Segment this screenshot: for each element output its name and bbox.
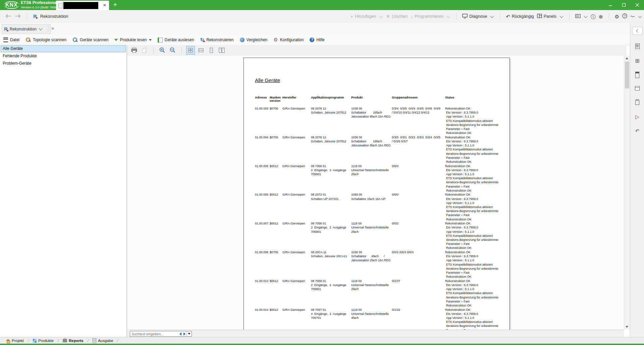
settings-gear-icon[interactable]: ⚙ bbox=[615, 14, 619, 19]
cell-app: 08 7058 01 2 Eingänge, 2 Ausgänge 705801 bbox=[311, 279, 350, 291]
minimize-icon[interactable] bbox=[608, 3, 612, 7]
menu-produkte-lesen[interactable]: Produkte lesen bbox=[114, 38, 151, 42]
close-icon[interactable] bbox=[635, 3, 639, 7]
fit-width-button[interactable] bbox=[197, 46, 205, 55]
connection-dropdown-icon[interactable] bbox=[638, 14, 642, 18]
chevron-down-icon[interactable] bbox=[149, 39, 152, 41]
tab-produkte[interactable]: Produkte bbox=[30, 339, 57, 343]
menu-geraete-auslesen[interactable]: Geräte auslesen bbox=[158, 38, 194, 43]
undo-icon: ↶ bbox=[506, 14, 510, 19]
expand-panel-button[interactable] bbox=[632, 27, 643, 35]
delete-button[interactable]: ✕ Löschen bbox=[386, 14, 408, 19]
cell-hersteller: GIRA Giersiepen bbox=[282, 308, 310, 312]
menu-rekonstruieren[interactable]: ↻ Rekonstruieren bbox=[200, 38, 234, 42]
zoom-in-icon[interactable] bbox=[158, 46, 167, 55]
cell-maske: $0705 bbox=[270, 107, 282, 111]
find-next-icon[interactable] bbox=[183, 332, 185, 336]
program-dropdown-icon[interactable] bbox=[447, 14, 450, 18]
app-version: Version 6.3.0 (Build 7959) bbox=[21, 5, 58, 9]
rekonstruktion-icon: R bbox=[4, 27, 8, 31]
workspace-dropdown-icon[interactable] bbox=[584, 14, 587, 18]
workspace-icon[interactable] bbox=[575, 14, 581, 19]
find-previous-icon[interactable] bbox=[179, 332, 181, 336]
tab-projekt[interactable]: Projekt bbox=[3, 339, 27, 343]
two-page-button[interactable] bbox=[217, 46, 226, 55]
cell-produkt: 1118 00 Universal-Tasterschnittstelle 2f… bbox=[351, 164, 391, 177]
diagnose-dropdown-icon[interactable] bbox=[490, 14, 494, 18]
help-icon[interactable]: ? bbox=[622, 13, 627, 19]
diagnose-button[interactable]: Diagnose bbox=[462, 14, 487, 19]
tab-reports[interactable]: Reports bbox=[59, 339, 87, 343]
new-tab-button[interactable]: + bbox=[111, 1, 119, 9]
properties-document-icon[interactable] bbox=[630, 44, 644, 50]
print-button[interactable] bbox=[130, 46, 139, 55]
cell-status: Rekonstruktion OKEts Version : 6.3.7959.… bbox=[445, 135, 507, 164]
app-name: ETS6 Professional bbox=[21, 1, 58, 5]
split-panel-icon[interactable] bbox=[630, 86, 644, 91]
app-title: ETS6 Professional Version 6.3.0 (Build 7… bbox=[21, 1, 58, 9]
bottom-tab-bar: Projekt / Produkte / Reports / Ausgabe / bbox=[0, 337, 644, 344]
download-program-button[interactable]: ↓ Programmieren bbox=[411, 14, 443, 19]
report-toolbar bbox=[127, 45, 627, 56]
cell-adresse: 01.00.014 bbox=[255, 308, 269, 312]
bookmark-icon[interactable] bbox=[630, 72, 644, 79]
cell-maske: $0012 bbox=[270, 193, 282, 197]
menu-konfiguration[interactable]: ⚙ Konfiguration bbox=[273, 38, 304, 42]
zoom-out-icon[interactable] bbox=[168, 46, 177, 55]
home-icon bbox=[6, 339, 10, 343]
panels-icon bbox=[537, 14, 542, 19]
view-tab-dropdown-icon[interactable] bbox=[39, 26, 42, 30]
single-page-button[interactable] bbox=[207, 46, 216, 55]
panels-dropdown-icon[interactable] bbox=[559, 14, 563, 18]
tab-rekonstruktion[interactable]: R Rekonstruktion bbox=[2, 24, 51, 34]
search-input[interactable] bbox=[130, 332, 178, 336]
undo-button[interactable]: ↶ Rückgängig bbox=[506, 14, 534, 19]
project-tab[interactable]: ✕ bbox=[56, 1, 109, 10]
divider bbox=[153, 47, 154, 54]
reconstruct-icon: ↻ bbox=[200, 38, 205, 42]
back-icon[interactable] bbox=[5, 13, 11, 19]
column-header-adresse: Adresse bbox=[255, 96, 268, 99]
table-row: 01.00.013$0012GIRA Giersiepen08 7058 01 … bbox=[244, 279, 509, 308]
find-options-dropdown[interactable] bbox=[186, 331, 192, 336]
grid-panel-icon[interactable]: ⊞ bbox=[630, 58, 644, 64]
column-header-applikationsprogramm: Applikationsprogramm bbox=[311, 96, 350, 99]
menu-datei[interactable]: Datei bbox=[3, 38, 19, 42]
scrollbar-thumb[interactable] bbox=[625, 62, 629, 88]
copy-pages-button[interactable] bbox=[140, 46, 149, 55]
history-undo-icon[interactable]: ↶ bbox=[630, 128, 644, 134]
menu-topologie-scannen[interactable]: Topologie scannen bbox=[25, 37, 66, 43]
scroll-up-icon[interactable] bbox=[626, 57, 628, 59]
project-tab-close-icon[interactable]: ✕ bbox=[102, 3, 107, 8]
sidebar-item-problem-geraete[interactable]: Problem-Geräte bbox=[1, 60, 126, 67]
sidebar-item-alle-geraete[interactable]: Alle Geräte bbox=[1, 45, 126, 52]
fit-page-button[interactable] bbox=[186, 46, 195, 55]
chevron-left-icon bbox=[636, 29, 640, 32]
scroll-down-icon[interactable] bbox=[626, 326, 628, 328]
tab-ausgabe[interactable]: Ausgabe bbox=[89, 338, 116, 343]
vertical-scrollbar[interactable] bbox=[624, 56, 630, 330]
view-tab-close-icon[interactable]: ✕ bbox=[51, 26, 55, 31]
cell-maske: $0012 bbox=[270, 308, 282, 312]
menu-geraete-scannen[interactable]: Geräte scannen bbox=[72, 37, 108, 43]
menu-bar: Datei Topologie scannen Geräte scannen P… bbox=[0, 35, 644, 45]
forward-icon[interactable] bbox=[15, 13, 21, 19]
connection-status-icon[interactable] bbox=[630, 14, 635, 19]
add-button[interactable]: + Hinzufügen bbox=[351, 14, 376, 19]
add-dropdown-icon[interactable] bbox=[379, 14, 383, 18]
menu-vergleichen[interactable]: Vergleichen bbox=[240, 38, 268, 42]
table-row: 01.00.005$0012GIRA Giersiepen08 7058 01 … bbox=[244, 164, 509, 193]
menu-hilfe[interactable]: ? Hilfe bbox=[310, 38, 324, 42]
main-toolbar: R Rekonstruktion + Hinzufügen ✕ Löschen … bbox=[0, 10, 644, 23]
sidebar-item-fehlende-produkte[interactable]: Fehlende Produkte bbox=[1, 53, 126, 60]
maximize-icon[interactable] bbox=[622, 3, 626, 7]
panels-button[interactable]: Panels bbox=[537, 14, 556, 19]
report-page: Alle Geräte Adresse Maskenversion Herste… bbox=[244, 58, 510, 330]
title-bar: KNX ETS6 Professional Version 6.3.0 (Bui… bbox=[0, 0, 644, 10]
table-row: 01.00.008$0705GIRA Giersiepen08 20CA 11 … bbox=[244, 250, 509, 279]
info-icon[interactable]: ⓘ bbox=[591, 14, 596, 19]
play-icon[interactable]: ▷ bbox=[630, 114, 644, 120]
clipboard-icon[interactable] bbox=[630, 100, 644, 106]
cell-adresse: 01.00.004 bbox=[255, 135, 269, 139]
close-circle-icon[interactable]: ⊗ bbox=[599, 14, 603, 19]
